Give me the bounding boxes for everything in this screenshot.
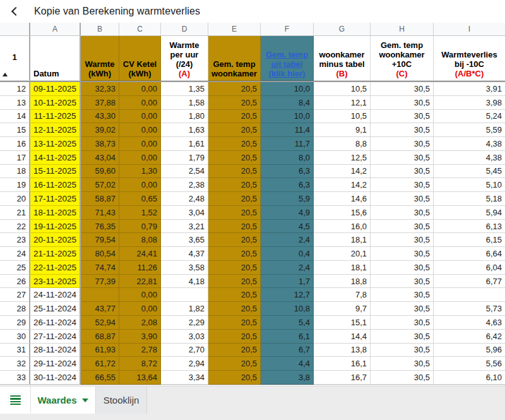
cell[interactable]: 4,37 bbox=[161, 247, 208, 261]
cell[interactable]: 3,34 bbox=[161, 371, 208, 385]
cell[interactable]: 30,5 bbox=[371, 371, 434, 385]
cell[interactable]: 30,5 bbox=[371, 288, 434, 302]
cell[interactable]: 1,79 bbox=[161, 151, 208, 165]
cell[interactable]: 6,1 bbox=[261, 330, 314, 344]
cell[interactable]: 17-11-2025 bbox=[30, 192, 81, 206]
header-cell-c[interactable]: CV Ketel (kWh) bbox=[119, 36, 161, 81]
cell[interactable]: 3,04 bbox=[161, 206, 208, 220]
cell[interactable]: 1,52 bbox=[119, 206, 161, 220]
cell[interactable]: 4,63 bbox=[434, 316, 505, 330]
cell[interactable]: 30,5 bbox=[371, 261, 434, 275]
column-header-e[interactable]: E bbox=[208, 23, 261, 35]
column-header-a[interactable]: A bbox=[30, 23, 81, 35]
cell[interactable]: 5,94 bbox=[434, 206, 505, 220]
cell[interactable]: 15-11-2025 bbox=[30, 165, 81, 179]
cell[interactable]: 4,9 bbox=[261, 206, 314, 220]
cell[interactable]: 10,5 bbox=[314, 82, 371, 96]
cell[interactable]: 30,5 bbox=[371, 96, 434, 110]
cell[interactable]: 8,0 bbox=[261, 151, 314, 165]
cell[interactable]: 1,30 bbox=[119, 165, 161, 179]
row-header-22[interactable]: 22 bbox=[0, 220, 30, 234]
cell[interactable]: 30,5 bbox=[371, 316, 434, 330]
cell[interactable]: 4,38 bbox=[434, 151, 505, 165]
cell[interactable]: 27-11-2024 bbox=[30, 330, 81, 344]
cell[interactable]: 10,0 bbox=[261, 110, 314, 124]
cell[interactable]: 3,91 bbox=[434, 82, 505, 96]
cell[interactable]: 20,5 bbox=[208, 137, 261, 151]
cell[interactable]: 0,79 bbox=[119, 220, 161, 234]
cell[interactable]: 6,15 bbox=[434, 233, 505, 247]
column-header-f[interactable]: F bbox=[261, 23, 314, 35]
cell[interactable]: 13,64 bbox=[119, 371, 161, 385]
cell[interactable]: 09-11-2025 bbox=[30, 82, 81, 96]
row-header-16[interactable]: 16 bbox=[0, 137, 30, 151]
cell[interactable]: 30,5 bbox=[371, 110, 434, 124]
cell[interactable]: 12-11-2025 bbox=[30, 123, 81, 137]
cell[interactable]: 74,74 bbox=[81, 261, 119, 275]
cell[interactable]: 12,1 bbox=[314, 96, 371, 110]
cell[interactable]: 37,88 bbox=[81, 96, 119, 110]
sheets-menu-button[interactable] bbox=[0, 387, 31, 414]
cell[interactable]: 16,7 bbox=[314, 371, 371, 385]
header-link[interactable]: Gem. temp uit tabel (klik hier) bbox=[266, 50, 308, 78]
row-header-23[interactable]: 23 bbox=[0, 233, 30, 247]
cell[interactable]: 61,93 bbox=[81, 344, 119, 357]
cell[interactable]: 14,6 bbox=[314, 192, 371, 206]
cell[interactable]: 20,5 bbox=[208, 82, 261, 96]
cell[interactable]: 20,5 bbox=[208, 288, 261, 302]
cell[interactable]: 30,5 bbox=[371, 344, 434, 357]
cell[interactable]: 20,5 bbox=[208, 316, 261, 330]
cell[interactable]: 6,42 bbox=[434, 330, 505, 344]
cell[interactable]: 20,5 bbox=[208, 165, 261, 179]
cell[interactable]: 20,5 bbox=[208, 330, 261, 344]
cell[interactable]: 68,87 bbox=[81, 330, 119, 344]
cell[interactable]: 3,03 bbox=[161, 330, 208, 344]
cell[interactable]: 3,8 bbox=[261, 371, 314, 385]
cell[interactable]: 20,5 bbox=[208, 357, 261, 371]
cell[interactable]: 11,7 bbox=[261, 137, 314, 151]
cell[interactable]: 0,00 bbox=[119, 151, 161, 165]
cell[interactable]: 16,0 bbox=[314, 220, 371, 234]
cell[interactable]: 0,00 bbox=[119, 302, 161, 316]
cell[interactable]: 3,21 bbox=[161, 220, 208, 234]
cell[interactable]: 71,43 bbox=[81, 206, 119, 220]
cell[interactable] bbox=[81, 288, 119, 302]
cell[interactable]: 10,8 bbox=[261, 302, 314, 316]
cell[interactable]: 5,45 bbox=[434, 165, 505, 179]
cell[interactable]: 6,10 bbox=[434, 371, 505, 385]
cell[interactable]: 5,24 bbox=[434, 110, 505, 124]
cell[interactable]: 20,5 bbox=[208, 110, 261, 124]
cell[interactable]: 22-11-2025 bbox=[30, 261, 81, 275]
column-header-h[interactable]: H bbox=[371, 23, 434, 35]
cell[interactable]: 2,54 bbox=[161, 165, 208, 179]
cell[interactable]: 20,5 bbox=[208, 344, 261, 357]
header-cell-b[interactable]: Warmte (kWh) bbox=[81, 36, 119, 81]
cell[interactable]: 5,10 bbox=[434, 178, 505, 192]
header-cell-e[interactable]: Gem. temp woonkamer bbox=[208, 36, 261, 81]
tab-stooklijn[interactable]: Stooklijn bbox=[96, 387, 147, 414]
cell[interactable]: 15,1 bbox=[314, 316, 371, 330]
row-header-25[interactable]: 25 bbox=[0, 261, 30, 275]
cell[interactable]: 30,5 bbox=[371, 151, 434, 165]
cell[interactable]: 77,39 bbox=[81, 275, 119, 289]
cell[interactable]: 0,00 bbox=[119, 123, 161, 137]
cell[interactable]: 18,1 bbox=[314, 261, 371, 275]
cell[interactable]: 24-11-2024 bbox=[30, 288, 81, 302]
cell[interactable]: 6,64 bbox=[434, 247, 505, 261]
column-header-b[interactable]: B bbox=[81, 23, 119, 35]
row-header-26[interactable]: 26 bbox=[0, 275, 30, 289]
cell[interactable]: 1,63 bbox=[161, 123, 208, 137]
cell[interactable]: 5,9 bbox=[261, 192, 314, 206]
row-header-1[interactable]: 1 bbox=[0, 36, 30, 81]
cell[interactable]: 29-11-2024 bbox=[30, 357, 81, 371]
cell[interactable]: 2,38 bbox=[161, 178, 208, 192]
cell[interactable]: 57,02 bbox=[81, 178, 119, 192]
cell[interactable]: 20,5 bbox=[208, 302, 261, 316]
cell[interactable]: 3,98 bbox=[434, 96, 505, 110]
cell[interactable]: 16-11-2025 bbox=[30, 178, 81, 192]
cell[interactable]: 30,5 bbox=[371, 247, 434, 261]
cell[interactable]: 18,1 bbox=[314, 233, 371, 247]
cell[interactable]: 2,78 bbox=[119, 344, 161, 357]
cell[interactable]: 30,5 bbox=[371, 165, 434, 179]
cell[interactable]: 30,5 bbox=[371, 220, 434, 234]
